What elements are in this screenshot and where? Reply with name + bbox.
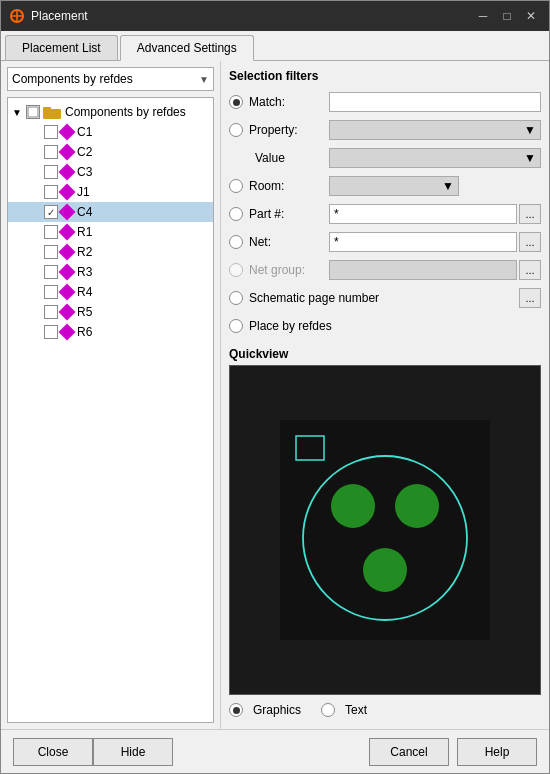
property-row: Property: ▼ [229, 119, 541, 141]
graphics-radio[interactable] [229, 703, 243, 717]
c4-diamond-icon [59, 204, 76, 221]
j1-checkbox[interactable] [44, 185, 58, 199]
value-dropdown-arrow: ▼ [524, 151, 536, 165]
net-group-radio[interactable] [229, 263, 243, 277]
r2-diamond-icon [59, 244, 76, 261]
net-group-btn[interactable]: ... [519, 260, 541, 280]
quickview-label: Quickview [229, 347, 541, 361]
tree-item-r5[interactable]: R5 [8, 302, 213, 322]
left-panel: Components by refdes ▼ ▼ [1, 61, 221, 729]
r5-label: R5 [77, 305, 92, 319]
room-radio[interactable] [229, 179, 243, 193]
part-num-row: Part #: ... [229, 203, 541, 225]
r4-label: R4 [77, 285, 92, 299]
tree-item-c2[interactable]: C2 [8, 142, 213, 162]
r1-label: R1 [77, 225, 92, 239]
c4-checkbox[interactable]: ✓ [44, 205, 58, 219]
folder-icon [43, 105, 61, 119]
room-dropdown[interactable]: ▼ [329, 176, 459, 196]
property-radio[interactable] [229, 123, 243, 137]
net-input[interactable] [329, 232, 517, 252]
property-label: Property: [249, 123, 329, 137]
r2-checkbox[interactable] [44, 245, 58, 259]
match-input[interactable] [329, 92, 541, 112]
tree-item-c1[interactable]: C1 [8, 122, 213, 142]
r1-checkbox[interactable] [44, 225, 58, 239]
r2-label: R2 [77, 245, 92, 259]
components-dropdown[interactable]: Components by refdes ▼ [7, 67, 214, 91]
component-tree[interactable]: ▼ Components by refdes [7, 97, 214, 723]
cancel-button[interactable]: Cancel [369, 738, 449, 766]
match-label: Match: [249, 95, 329, 109]
root-checkbox[interactable] [26, 105, 40, 119]
close-window-button[interactable]: ✕ [521, 6, 541, 26]
dropdown-value: Components by refdes [12, 72, 133, 86]
svg-rect-3 [28, 107, 38, 117]
c2-checkbox[interactable] [44, 145, 58, 159]
schematic-page-btn[interactable]: ... [519, 288, 541, 308]
c3-diamond-icon [59, 164, 76, 181]
j1-diamond-icon [59, 184, 76, 201]
r6-diamond-icon [59, 324, 76, 341]
app-icon [9, 8, 25, 24]
property-dropdown[interactable]: ▼ [329, 120, 541, 140]
tree-item-r1[interactable]: R1 [8, 222, 213, 242]
part-num-btn[interactable]: ... [519, 204, 541, 224]
r5-checkbox[interactable] [44, 305, 58, 319]
r3-checkbox[interactable] [44, 265, 58, 279]
r3-label: R3 [77, 265, 92, 279]
quickview-canvas [229, 365, 541, 695]
window-title: Placement [31, 9, 473, 23]
c1-label: C1 [77, 125, 92, 139]
maximize-button[interactable]: □ [497, 6, 517, 26]
net-group-row: Net group: ... [229, 259, 541, 281]
minimize-button[interactable]: ─ [473, 6, 493, 26]
r4-checkbox[interactable] [44, 285, 58, 299]
tree-toggle-icon[interactable]: ▼ [12, 107, 26, 118]
part-num-radio[interactable] [229, 207, 243, 221]
hide-button[interactable]: Hide [93, 738, 173, 766]
graphics-label: Graphics [253, 703, 301, 717]
r6-label: R6 [77, 325, 92, 339]
value-dropdown[interactable]: ▼ [329, 148, 541, 168]
tree-item-c4[interactable]: ✓ C4 [8, 202, 213, 222]
tab-bar: Placement List Advanced Settings [1, 31, 549, 61]
main-window: Placement ─ □ ✕ Placement List Advanced … [0, 0, 550, 774]
tree-item-r6[interactable]: R6 [8, 322, 213, 342]
svg-point-10 [395, 484, 439, 528]
dropdown-arrow-icon: ▼ [199, 74, 209, 85]
tree-item-r2[interactable]: R2 [8, 242, 213, 262]
bottom-buttons: Close Hide Cancel Help [1, 729, 549, 773]
r6-checkbox[interactable] [44, 325, 58, 339]
value-label: Value [249, 151, 329, 165]
graphics-radio-group: Graphics [229, 703, 301, 717]
tree-item-r4[interactable]: R4 [8, 282, 213, 302]
net-row: Net: ... [229, 231, 541, 253]
help-button[interactable]: Help [457, 738, 537, 766]
tree-item-r3[interactable]: R3 [8, 262, 213, 282]
c2-label: C2 [77, 145, 92, 159]
text-radio[interactable] [321, 703, 335, 717]
net-radio[interactable] [229, 235, 243, 249]
tree-root-item[interactable]: ▼ Components by refdes [8, 102, 213, 122]
room-label: Room: [249, 179, 329, 193]
c4-label: C4 [77, 205, 92, 219]
net-btn[interactable]: ... [519, 232, 541, 252]
schematic-page-label: Schematic page number [249, 291, 517, 305]
j1-label: J1 [77, 185, 90, 199]
c3-checkbox[interactable] [44, 165, 58, 179]
c1-checkbox[interactable] [44, 125, 58, 139]
part-num-input[interactable] [329, 204, 517, 224]
quickview-svg [280, 420, 490, 640]
quickview-controls: Graphics Text [229, 703, 541, 717]
tab-advanced-settings[interactable]: Advanced Settings [120, 35, 254, 61]
close-button[interactable]: Close [13, 738, 93, 766]
schematic-page-radio[interactable] [229, 291, 243, 305]
match-radio[interactable] [229, 95, 243, 109]
tree-item-j1[interactable]: J1 [8, 182, 213, 202]
c2-diamond-icon [59, 144, 76, 161]
place-by-refdes-radio[interactable] [229, 319, 243, 333]
tree-item-c3[interactable]: C3 [8, 162, 213, 182]
svg-rect-5 [43, 107, 51, 111]
tab-placement-list[interactable]: Placement List [5, 35, 118, 60]
